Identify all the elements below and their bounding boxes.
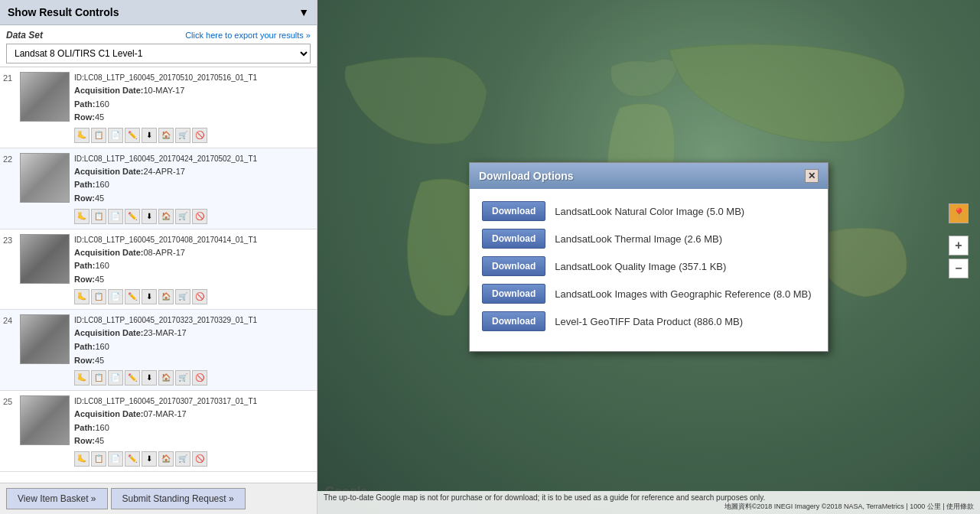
metadata-icon[interactable]: ✏️ [125, 289, 140, 304]
result-id: ID:LC08_L1TP_160045_20170408_20170414_01… [74, 234, 314, 246]
compare-icon[interactable]: 📄 [108, 451, 123, 467]
download-description-1: LandsatLook Natural Color Image (5.0 MB) [555, 206, 744, 217]
preview-icon[interactable]: 📋 [91, 209, 106, 224]
main-container: Show Result Controls ▼ Data Set Click he… [0, 0, 980, 514]
modal-body: Download LandsatLook Natural Color Image… [470, 189, 828, 351]
footprint-icon[interactable]: 🦶 [74, 451, 90, 467]
download-button-4[interactable]: Download [482, 284, 545, 304]
result-row: Row:45 [74, 111, 314, 125]
result-icons: 🦶 📋 📄 ✏️ ⬇ 🏠 🛒 🚫 [74, 209, 314, 224]
left-panel: Show Result Controls ▼ Data Set Click he… [0, 0, 317, 514]
download-icon[interactable]: ⬇ [142, 209, 157, 224]
download-description-5: Level-1 GeoTIFF Data Product (886.0 MB) [555, 316, 743, 327]
modal-close-button[interactable]: ✕ [805, 169, 819, 183]
result-acquisition: Acquisition Date:23-MAR-17 [74, 327, 314, 340]
result-id: ID:LC08_L1TP_160045_20170307_20170317_01… [74, 395, 314, 408]
cart-icon[interactable]: 🛒 [175, 209, 190, 224]
result-path: Path:160 [74, 259, 314, 273]
result-info: ID:LC08_L1TP_160045_20170424_20170502_01… [74, 153, 314, 224]
dataset-section: Data Set Click here to export your resul… [0, 25, 317, 67]
result-icons: 🦶 📋 📄 ✏️ ⬇ 🏠 🛒 🚫 [74, 451, 314, 467]
result-thumbnail [20, 153, 70, 203]
compare-icon[interactable]: 📄 [108, 209, 123, 224]
download-icon[interactable]: ⬇ [142, 128, 157, 143]
footprint-icon[interactable]: 🦶 [74, 209, 90, 224]
exclude-icon[interactable]: 🚫 [192, 128, 207, 143]
download-icon[interactable]: ⬇ [142, 289, 157, 304]
export-link[interactable]: Click here to export your results » [185, 31, 311, 40]
preview-icon[interactable]: 📋 [91, 128, 106, 143]
footprint-icon[interactable]: 🦶 [74, 289, 90, 304]
download-row: Download LandsatLook Thermal Image (2.6 … [482, 229, 816, 249]
download-button-3[interactable]: Download [482, 256, 545, 276]
download-row: Download LandsatLook Natural Color Image… [482, 201, 816, 221]
download-row: Download LandsatLook Images with Geograp… [482, 284, 816, 304]
compare-icon[interactable]: 📄 [108, 289, 123, 304]
result-number: 22 [3, 153, 20, 224]
modal-overlay: Download Options ✕ Download LandsatLook … [317, 0, 980, 514]
footprint-icon[interactable]: 🦶 [74, 128, 90, 143]
result-number: 25 [3, 395, 20, 467]
result-id: ID:LC08_L1TP_160045_20170323_20170329_01… [74, 314, 314, 327]
result-id: ID:LC08_L1TP_160045_20170510_20170516_01… [74, 72, 314, 84]
bulk-icon[interactable]: 🏠 [158, 128, 174, 143]
download-options-modal: Download Options ✕ Download LandsatLook … [469, 162, 829, 352]
standing-request-button[interactable]: Submit Standing Request » [111, 488, 246, 509]
download-button-5[interactable]: Download [482, 311, 545, 331]
bulk-icon[interactable]: 🏠 [158, 370, 174, 386]
result-thumbnail [20, 314, 70, 364]
result-acquisition: Acquisition Date:08-APR-17 [74, 246, 314, 260]
bulk-icon[interactable]: 🏠 [158, 289, 174, 304]
metadata-icon[interactable]: ✏️ [125, 370, 140, 386]
footprint-icon[interactable]: 🦶 [74, 370, 90, 386]
show-controls-arrow: ▼ [298, 6, 309, 18]
cart-icon[interactable]: 🛒 [175, 128, 190, 143]
download-icon[interactable]: ⬇ [142, 370, 157, 386]
dataset-label: Data Set [6, 30, 43, 41]
download-row: Download Level-1 GeoTIFF Data Product (8… [482, 311, 816, 331]
show-controls-bar[interactable]: Show Result Controls ▼ [0, 0, 317, 25]
preview-icon[interactable]: 📋 [91, 289, 106, 304]
preview-icon[interactable]: 📋 [91, 451, 106, 467]
exclude-icon[interactable]: 🚫 [192, 289, 207, 304]
result-thumbnail [20, 72, 70, 122]
result-acquisition: Acquisition Date:10-MAY-17 [74, 84, 314, 98]
metadata-icon[interactable]: ✏️ [125, 128, 140, 143]
metadata-icon[interactable]: ✏️ [125, 209, 140, 224]
result-row: Row:45 [74, 434, 314, 448]
cart-icon[interactable]: 🛒 [175, 370, 190, 386]
preview-icon[interactable]: 📋 [91, 370, 106, 386]
download-row: Download LandsatLook Quality Image (357.… [482, 256, 816, 276]
result-number: 21 [3, 72, 20, 143]
result-id: ID:LC08_L1TP_160045_20170424_20170502_01… [74, 153, 314, 165]
download-button-1[interactable]: Download [482, 201, 545, 221]
bulk-icon[interactable]: 🏠 [158, 451, 174, 467]
result-path: Path:160 [74, 178, 314, 192]
result-number: 23 [3, 234, 20, 305]
bulk-icon[interactable]: 🏠 [158, 209, 174, 224]
result-info: ID:LC08_L1TP_160045_20170323_20170329_01… [74, 314, 314, 386]
modal-title: Download Options [479, 170, 574, 182]
modal-header: Download Options ✕ [470, 163, 828, 189]
cart-icon[interactable]: 🛒 [175, 289, 190, 304]
metadata-icon[interactable]: ✏️ [125, 451, 140, 467]
cart-icon[interactable]: 🛒 [175, 451, 190, 467]
result-path: Path:160 [74, 421, 314, 435]
download-description-4: LandsatLook Images with Geographic Refer… [555, 288, 811, 300]
result-acquisition: Acquisition Date:24-APR-17 [74, 165, 314, 179]
result-item: 22 ID:LC08_L1TP_160045_20170424_20170502… [0, 148, 317, 229]
view-basket-button[interactable]: View Item Basket » [6, 488, 108, 509]
exclude-icon[interactable]: 🚫 [192, 370, 207, 386]
dataset-select[interactable]: Landsat 8 OLI/TIRS C1 Level-1 [6, 44, 311, 63]
result-item: 24 ID:LC08_L1TP_160045_20170323_20170329… [0, 310, 317, 391]
result-item: 25 ID:LC08_L1TP_160045_20170307_20170317… [0, 391, 317, 472]
result-path: Path:160 [74, 340, 314, 354]
exclude-icon[interactable]: 🚫 [192, 209, 207, 224]
result-number: 24 [3, 314, 20, 386]
result-acquisition: Acquisition Date:07-MAR-17 [74, 408, 314, 421]
exclude-icon[interactable]: 🚫 [192, 451, 207, 467]
download-icon[interactable]: ⬇ [142, 451, 157, 467]
compare-icon[interactable]: 📄 [108, 128, 123, 143]
download-button-2[interactable]: Download [482, 229, 545, 249]
compare-icon[interactable]: 📄 [108, 370, 123, 386]
